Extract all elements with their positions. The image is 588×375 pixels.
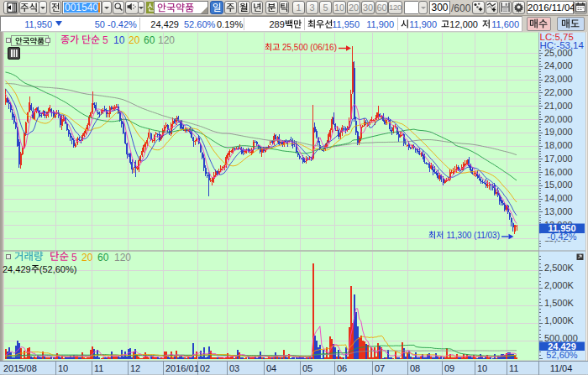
hts-stock-chart-window: {"window":{"app":"주식 차트","width":700,"he…	[0, 0, 588, 375]
volume-summary: 24,429(52,60%)	[3, 264, 76, 274]
volume-pane-checkbox[interactable]	[6, 254, 11, 259]
svg-text:11/04: 11/04	[550, 363, 573, 373]
vol-ma20-legend: 20	[81, 252, 92, 263]
minute-interval-3-button[interactable]: 3	[306, 1, 318, 14]
svg-text:10: 10	[477, 363, 487, 373]
price-legend-label	[60, 34, 101, 46]
chart-date-input[interactable]: 2016/11/04	[527, 1, 574, 14]
interval-combo-dropdown-button[interactable]	[418, 1, 428, 14]
highest-price-annotation: 25,500 (06/16)	[265, 43, 337, 52]
ma5-legend: 5	[102, 34, 108, 46]
best-ask: 11,900	[362, 19, 394, 29]
svg-text:16,000: 16,000	[544, 167, 573, 177]
chevron-down-icon	[421, 7, 426, 9]
svg-text:19,000: 19,000	[544, 127, 573, 137]
calendar-button[interactable]	[574, 1, 587, 14]
minute-interval-30-button[interactable]: 30	[361, 1, 375, 14]
panel-collapse-icon	[4, 2, 18, 13]
svg-text:09: 09	[444, 363, 454, 373]
price-volume-chart[interactable]: 25,00024,00023,00022,00021,00020,00019,0…	[0, 32, 588, 375]
svg-text:HC:-53,14: HC:-53,14	[540, 40, 585, 50]
ma60-legend: 60	[144, 34, 155, 46]
panel-toggle-button[interactable]	[3, 1, 18, 14]
resize-grip-icon	[201, 7, 207, 13]
high-price: 12,000	[446, 19, 478, 29]
minute-interval-60-button[interactable]: 60	[375, 1, 388, 14]
minute-interval-120-button[interactable]: 120	[388, 1, 402, 14]
svg-text:2,000K: 2,000K	[544, 280, 575, 290]
vol-ma5-legend: 5	[71, 252, 77, 263]
svg-text:15,000: 15,000	[544, 180, 573, 190]
asset-type-dropdown-button[interactable]	[39, 1, 47, 14]
svg-text:14,000: 14,000	[544, 193, 573, 203]
svg-text:04: 04	[266, 363, 276, 373]
quote-bar: 11,950 50 -0.42% 24,429 52.60% 0.19% 289…	[0, 16, 588, 32]
period-tab-tick[interactable]	[279, 1, 289, 14]
add-indicator-button[interactable]	[472, 1, 485, 14]
ma10-legend: 10	[113, 34, 124, 46]
volume-ratio-pct: 52.60%	[184, 19, 214, 29]
prev-stock-button[interactable]	[50, 1, 61, 14]
svg-text:-0,42%: -0,42%	[548, 232, 577, 242]
trendline-plus-icon	[486, 2, 497, 13]
add-trendline-button[interactable]	[486, 1, 498, 14]
period-tab-day[interactable]	[210, 1, 223, 14]
stock-code-input[interactable]: 001540	[62, 1, 102, 14]
today-volume: 24,429	[143, 19, 179, 29]
svg-text:10: 10	[58, 363, 68, 373]
sound-dropdown-button[interactable]	[138, 1, 144, 14]
svg-text:2015/08: 2015/08	[3, 363, 37, 373]
sell-button[interactable]	[557, 17, 585, 31]
text-cursor	[98, 3, 100, 13]
svg-text:11: 11	[94, 363, 103, 373]
minute-interval-5-button[interactable]: 5	[319, 1, 332, 14]
chevron-down-icon	[139, 7, 144, 9]
minute-interval-10-button[interactable]: 10	[333, 1, 346, 14]
interval-combo-box[interactable]	[404, 1, 418, 14]
low-price: 11,600	[487, 19, 519, 29]
period-tab-month[interactable]	[238, 1, 250, 14]
stock-search-button[interactable]	[113, 1, 124, 14]
svg-text:23,000: 23,000	[544, 74, 573, 84]
bars-total-label: /600	[451, 3, 470, 14]
candlestick-style-icon	[8, 48, 19, 59]
save-chart-button[interactable]	[499, 1, 512, 14]
price-down-triangle-icon	[55, 21, 62, 26]
svg-text:2,500K: 2,500K	[544, 263, 575, 273]
sound-alert-button[interactable]	[125, 1, 139, 14]
stock-name-text	[157, 2, 194, 13]
period-tab-minute[interactable]	[265, 1, 278, 14]
stock-name-field[interactable]	[154, 1, 208, 14]
price-legend-checkbox[interactable]	[45, 38, 50, 43]
open-price: 11,900	[405, 19, 437, 29]
code-dropdown-button[interactable]	[102, 1, 112, 14]
turnover-pct: 0.19%	[217, 19, 240, 29]
stock-code-selected-text: 001540	[64, 3, 98, 13]
scatter-plus-icon	[473, 2, 484, 13]
bars-count-input[interactable]: 300	[429, 1, 450, 14]
ma120-legend: 120	[158, 34, 175, 46]
chart-settings-button[interactable]	[512, 1, 525, 14]
divider	[244, 18, 244, 30]
svg-text:18,000: 18,000	[544, 140, 573, 150]
minute-interval-1-button[interactable]: 1	[292, 1, 305, 14]
current-price: 11,950	[7, 19, 52, 29]
period-tab-year[interactable]	[251, 1, 263, 14]
buy-button[interactable]	[527, 17, 551, 31]
svg-text:12: 12	[130, 363, 140, 373]
toolbar: 001540 1 3 5 10 20 30 60 120 300 /600 20…	[0, 0, 588, 16]
vol-ma120-legend: 120	[114, 252, 131, 263]
chart-style-button[interactable]	[8, 47, 20, 60]
svg-text:08: 08	[410, 363, 420, 373]
price-pane-title[interactable]	[11, 35, 49, 46]
save-icon	[500, 2, 511, 13]
svg-text:24,000: 24,000	[544, 60, 573, 70]
chevron-down-icon	[40, 7, 45, 9]
svg-text:52,60%: 52,60%	[546, 350, 578, 360]
volume-pane-title	[14, 251, 44, 263]
svg-text:13,000: 13,000	[544, 206, 573, 216]
minute-interval-20-button[interactable]: 20	[347, 1, 360, 14]
asset-type-select[interactable]	[19, 1, 39, 14]
svg-text:11: 11	[509, 363, 518, 373]
period-tab-week[interactable]	[224, 1, 237, 14]
